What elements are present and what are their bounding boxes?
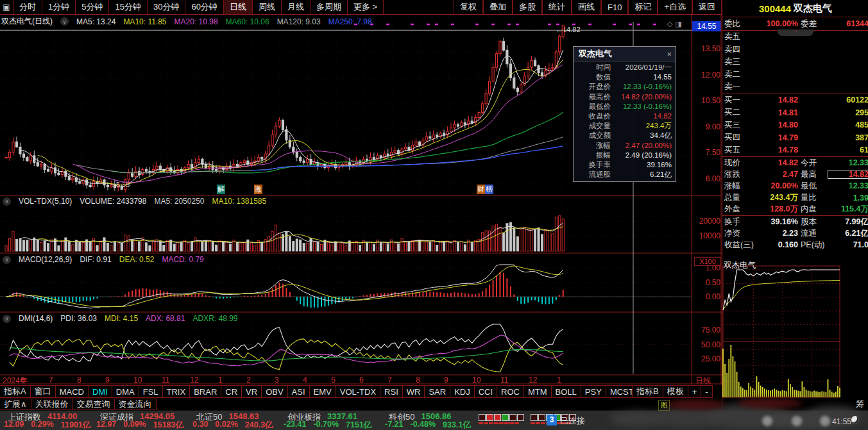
period-tab-周线[interactable]: 周线 bbox=[253, 0, 282, 14]
tool-button-标记[interactable]: 标记 bbox=[628, 0, 658, 14]
info-value: 20.00% bbox=[751, 181, 798, 190]
indicator-tab-BRAR[interactable]: BRAR bbox=[189, 385, 221, 398]
indicator-value: ADXR: 48.99 bbox=[192, 314, 237, 323]
tool-button-画线[interactable]: 画线 bbox=[572, 0, 601, 14]
period-tab-多周期[interactable]: 多周期 bbox=[311, 0, 348, 14]
popup-row-value: 39.16% bbox=[611, 160, 672, 170]
dmi-collapse-icon[interactable]: ∨ bbox=[3, 315, 11, 323]
macd-collapse-icon[interactable]: ∨ bbox=[3, 256, 11, 264]
indicator-tab-ASI[interactable]: ASI bbox=[287, 385, 310, 398]
bottom-tab-交易查询[interactable]: 交易查询 bbox=[72, 399, 115, 410]
indicator-tab-DMI[interactable]: DMI bbox=[88, 385, 112, 398]
index-change: 0.30 bbox=[192, 420, 208, 430]
indicator-tab-CCI[interactable]: CCI bbox=[474, 385, 497, 398]
bottom-tab-资金流向[interactable]: 资金流向 bbox=[114, 399, 157, 410]
tab-tool--[interactable]: - bbox=[701, 385, 712, 398]
period-tab-5分钟[interactable]: 5分钟 bbox=[76, 0, 109, 14]
indicator-tab-ROC[interactable]: ROC bbox=[497, 385, 524, 398]
info-label: 最高 bbox=[798, 169, 828, 180]
indicator-tab-EMV[interactable]: EMV bbox=[309, 385, 336, 398]
buy-vol: 387 bbox=[828, 133, 868, 142]
period-tab-分时[interactable]: 分时 bbox=[13, 0, 42, 14]
bottom-tab-扩展∧[interactable]: 扩展∧ bbox=[0, 399, 31, 410]
info-value: 128.0万 bbox=[751, 204, 798, 215]
tab-tool-指标B[interactable]: 指标B bbox=[632, 385, 663, 398]
indicator-tab-VR[interactable]: VR bbox=[241, 385, 262, 398]
period-tab-15分钟[interactable]: 15分钟 bbox=[109, 0, 147, 14]
index-row2: -23.41-0.70%7151亿 bbox=[284, 420, 371, 430]
kline-info-popup[interactable]: 双杰电气 × 时间2026/01/19/一数值14.55开盘价12.33 (-0… bbox=[573, 46, 676, 182]
buy-price: 14.82 bbox=[751, 95, 798, 104]
heat-dash bbox=[515, 422, 519, 424]
chart-mini-button[interactable]: 图 bbox=[658, 400, 670, 411]
popup-row-label: 振幅 bbox=[577, 151, 611, 160]
period-tab-日线[interactable]: 日线 bbox=[224, 0, 253, 14]
popup-titlebar[interactable]: 双杰电气 × bbox=[574, 47, 676, 62]
heat-dash bbox=[504, 422, 509, 424]
connection-count-badge[interactable]: 3 bbox=[547, 415, 557, 426]
index-group-创业板指[interactable]: 创业板指3337.61-23.41-0.70%7151亿 bbox=[284, 411, 380, 430]
window-menu-icon[interactable]: ▣ bbox=[0, 0, 13, 14]
period-tab-更多 >[interactable]: 更多 > bbox=[348, 0, 384, 14]
indicator-tab-窗口[interactable]: 窗口 bbox=[30, 385, 56, 398]
tool-button-+自选[interactable]: +自选 bbox=[658, 0, 692, 14]
mini-chart-title: 双杰电气 bbox=[724, 260, 756, 271]
indicator-tab-OBV[interactable]: OBV bbox=[261, 385, 287, 398]
popup-row: 数值14.55 bbox=[574, 72, 676, 82]
period-tab-1分钟[interactable]: 1分钟 bbox=[42, 0, 76, 14]
index-group-北证50[interactable]: 北证501548.630.300.02%240.3亿 bbox=[192, 411, 289, 430]
indicator-tab-MTM[interactable]: MTM bbox=[523, 385, 552, 398]
diamond-icon[interactable]: ◇ bbox=[667, 20, 675, 28]
chips-distribution-button[interactable]: 筹 bbox=[856, 399, 864, 410]
tool-button-叠加[interactable]: 叠加 bbox=[483, 0, 513, 14]
popup-row: 收盘价14.82 bbox=[574, 112, 676, 121]
index-group-上证指数[interactable]: 上证指数4114.0012.090.29%11901亿 bbox=[4, 411, 100, 430]
popup-row-value: 2026/01/19/一 bbox=[611, 63, 672, 72]
popup-row-value: 243.4万 bbox=[611, 121, 672, 131]
period-tab-月线[interactable]: 月线 bbox=[282, 0, 311, 14]
quote-info-row: 涨跌2.47最高14.82 bbox=[722, 169, 868, 180]
period-tab-30分钟[interactable]: 30分钟 bbox=[148, 0, 185, 14]
tool-button-返回[interactable]: 返回 bbox=[692, 0, 722, 14]
indicator-tab-CR[interactable]: CR bbox=[221, 385, 242, 398]
popup-row-value: 12.33 (-0.16%) bbox=[611, 102, 672, 112]
indicator-tab-BOLL[interactable]: BOLL bbox=[551, 385, 581, 398]
indicator-tab-RSI[interactable]: RSI bbox=[380, 385, 403, 398]
index-row2: 12.090.29%11901亿 bbox=[4, 420, 90, 430]
indicator-value: MA10: 11.85 bbox=[123, 17, 166, 26]
tool-button-F10[interactable]: F10 bbox=[601, 0, 628, 14]
indicator-value: PDI: 36.03 bbox=[60, 314, 97, 323]
split-panel-icon[interactable]: ◨ bbox=[675, 20, 684, 28]
indicator-tab-SAR[interactable]: SAR bbox=[424, 385, 450, 398]
indicator-tab-FSL[interactable]: FSL bbox=[139, 385, 163, 398]
indicator-value: DEA: 0.52 bbox=[119, 255, 155, 264]
collapse-quote-arrow[interactable]: ﹀ bbox=[778, 29, 813, 36]
tool-button-统计[interactable]: 统计 bbox=[542, 0, 572, 14]
index-group-科创50[interactable]: 科创501506.86-7.21-0.48%933.1亿 bbox=[385, 411, 481, 430]
intraday-mini-chart[interactable] bbox=[722, 260, 868, 409]
period-tab-60分钟[interactable]: 60分钟 bbox=[185, 0, 223, 14]
weibi-label: 委比 bbox=[724, 19, 751, 29]
collapse-icon[interactable]: ∨ bbox=[60, 17, 69, 26]
quote-info-row: 收益(三)0.160PE(动)71.0 bbox=[722, 239, 868, 251]
indicator-tab-PSY[interactable]: PSY bbox=[581, 385, 606, 398]
tab-tool-模板[interactable]: 模板 bbox=[663, 385, 688, 398]
indicator-tab-WR[interactable]: WR bbox=[402, 385, 425, 398]
tool-button-复权[interactable]: 复权 bbox=[454, 0, 483, 14]
vol-collapse-icon[interactable]: ∨ bbox=[3, 197, 11, 206]
indicator-tab-DMA[interactable]: DMA bbox=[112, 385, 139, 398]
heat-dash bbox=[484, 422, 488, 424]
indicator-tab-MACD[interactable]: MACD bbox=[55, 385, 89, 398]
tab-tool-+[interactable]: + bbox=[688, 385, 702, 398]
buy-label: 买五 bbox=[724, 145, 751, 156]
indicator-tab-VOL-TDX[interactable]: VOL-TDX bbox=[336, 385, 380, 398]
indicator-tab-KDJ[interactable]: KDJ bbox=[450, 385, 475, 398]
index-change: 11901亿 bbox=[61, 420, 91, 430]
indicator-tab-指标A[interactable]: 指标A bbox=[0, 385, 31, 398]
tool-button-多股[interactable]: 多股 bbox=[513, 0, 542, 14]
close-icon[interactable]: × bbox=[667, 49, 672, 59]
popup-row-label: 数值 bbox=[577, 72, 611, 82]
bottom-tab-关联报价[interactable]: 关联报价 bbox=[31, 399, 73, 410]
indicator-tab-TRIX[interactable]: TRIX bbox=[162, 385, 191, 398]
index-group-深证成指[interactable]: 深证成指14294.0512.970.09%15183亿 bbox=[96, 411, 192, 430]
